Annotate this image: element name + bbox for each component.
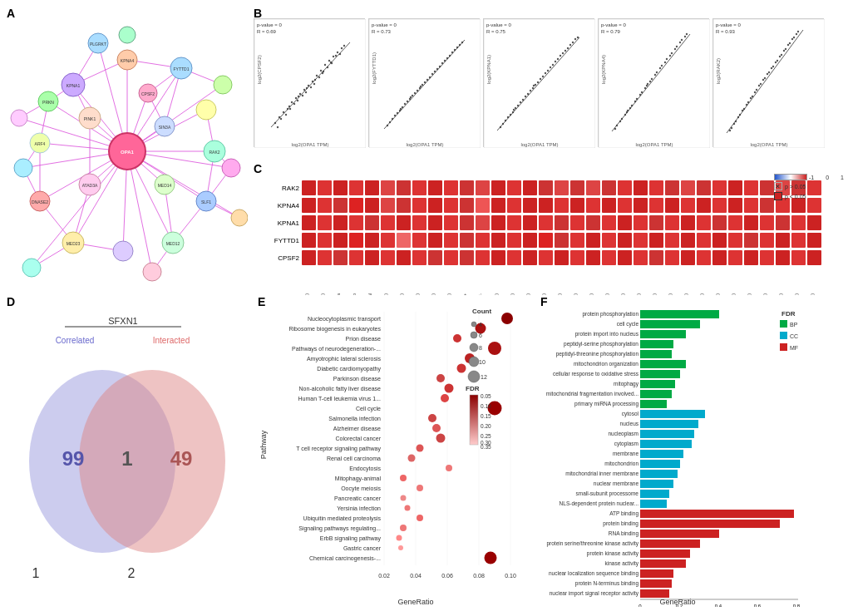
scatter-plots-row: p-value = 0 R = 0.69: [254, 18, 844, 147]
svg-point-269: [750, 97, 752, 99]
svg-text:R = 0.75: R = 0.75: [486, 29, 506, 34]
svg-text:0.15: 0.15: [481, 413, 491, 419]
svg-text:KPNA1: KPNA1: [278, 219, 300, 227]
svg-rect-653: [640, 530, 719, 538]
svg-rect-385: [491, 215, 505, 230]
svg-text:NLS-dependent protein nuclear.: NLS-dependent protein nuclear...: [560, 500, 639, 507]
svg-rect-344: [365, 198, 379, 213]
svg-rect-655: [640, 549, 690, 558]
svg-point-233: [649, 81, 651, 82]
svg-rect-671: [780, 343, 787, 351]
svg-text:protein binding: protein binding: [603, 520, 638, 527]
svg-text:Pathway: Pathway: [259, 430, 268, 459]
svg-text:nuclear import signal receptor: nuclear import signal receptor activity: [550, 590, 639, 597]
svg-rect-464: [697, 250, 711, 265]
svg-text:protein N-terminus binding: protein N-terminus binding: [575, 580, 639, 587]
svg-point-572: [417, 485, 423, 491]
svg-text:Diabetic cardiomyopathy: Diabetic cardiomyopathy: [317, 366, 381, 372]
svg-rect-97: [254, 19, 366, 148]
heatmap-svg: RAK2 KPNA4 KPNA1 FYTTD1 CPSF2: [254, 162, 844, 297]
svg-rect-413: [412, 233, 426, 248]
svg-text:T cell receptor signaling path: T cell receptor signaling pathway: [296, 446, 381, 452]
svg-point-199: [565, 50, 566, 52]
svg-rect-450: [476, 250, 490, 265]
panel-e-label: E: [258, 295, 265, 308]
svg-text:p-value = 0: p-value = 0: [486, 22, 512, 27]
svg-point-279: [791, 38, 793, 40]
svg-text:6: 6: [479, 333, 482, 338]
svg-rect-314: [412, 180, 426, 195]
svg-point-272: [762, 79, 764, 81]
svg-rect-434: [744, 233, 758, 248]
svg-text:log2(OPA1 TPM): log2(OPA1 TPM): [291, 142, 328, 147]
svg-point-271: [758, 85, 760, 86]
svg-point-277: [783, 50, 785, 52]
svg-text:Non-alcoholic fatty liver dise: Non-alcoholic fatty liver disease: [299, 386, 382, 392]
svg-text:RAK2: RAK2: [282, 185, 299, 192]
svg-point-208: [562, 52, 564, 54]
svg-point-563: [441, 394, 449, 402]
scatter-plot-3: p-value = 0 R = 0.79: [598, 18, 709, 147]
svg-rect-405: [807, 215, 821, 230]
svg-rect-426: [618, 233, 632, 248]
svg-text:OPA1: OPA1: [121, 150, 135, 155]
svg-rect-654: [640, 540, 700, 548]
svg-rect-355: [539, 198, 553, 213]
svg-rect-427: [634, 233, 648, 248]
svg-text:membrane: membrane: [613, 451, 638, 456]
svg-text:0.08: 0.08: [473, 573, 485, 579]
svg-rect-378: [381, 215, 395, 230]
svg-rect-432: [712, 233, 727, 248]
svg-rect-454: [539, 250, 553, 265]
svg-text:0.10: 0.10: [505, 573, 516, 579]
svg-rect-321: [523, 180, 537, 195]
svg-rect-455: [555, 250, 569, 265]
svg-point-215: [557, 58, 559, 60]
svg-text:0.4: 0.4: [715, 604, 722, 607]
svg-rect-388: [539, 215, 553, 230]
svg-point-284: [756, 89, 757, 91]
svg-point-294: [768, 71, 770, 73]
svg-rect-367: [728, 198, 742, 213]
svg-point-69: [22, 259, 41, 277]
svg-rect-395: [649, 215, 663, 230]
svg-rect-463: [681, 250, 695, 265]
svg-text:0.04: 0.04: [410, 573, 422, 579]
svg-rect-354: [523, 198, 537, 213]
svg-point-270: [754, 91, 756, 93]
svg-text:log2(KPNA4): log2(KPNA4): [601, 55, 606, 84]
svg-rect-443: [365, 250, 379, 265]
svg-point-234: [654, 74, 656, 76]
svg-point-121: [313, 83, 315, 85]
svg-point-245: [656, 71, 658, 73]
svg-rect-400: [728, 215, 742, 230]
svg-rect-656: [640, 559, 686, 568]
panel-c-label: C: [254, 162, 262, 175]
svg-rect-311: [365, 180, 379, 195]
svg-text:log2(FYTTD1): log2(FYTTD1): [372, 52, 377, 84]
svg-text:protein phosphorylation: protein phosphorylation: [582, 311, 638, 318]
svg-rect-379: [397, 215, 411, 230]
svg-text:MED23: MED23: [67, 241, 81, 246]
svg-point-117: [280, 118, 282, 120]
svg-text:0.6: 0.6: [754, 604, 762, 607]
svg-rect-327: [618, 180, 632, 195]
svg-rect-361: [634, 198, 648, 213]
svg-text:ErbB signaling pathway: ErbB signaling pathway: [320, 535, 382, 542]
svg-point-568: [417, 445, 424, 452]
svg-rect-310: [349, 180, 363, 195]
svg-point-196: [550, 67, 551, 68]
svg-text:Mitophagy-animal: Mitophagy-animal: [335, 476, 382, 482]
svg-rect-411: [381, 233, 395, 248]
svg-rect-410: [365, 233, 379, 248]
svg-point-576: [400, 525, 407, 531]
svg-rect-431: [697, 233, 711, 248]
svg-point-113: [328, 60, 330, 62]
svg-point-573: [401, 495, 407, 501]
svg-rect-374: [318, 215, 332, 230]
panel-b: B p-value = 0 R = 0.69: [254, 7, 844, 156]
svg-point-54: [119, 27, 136, 43]
svg-rect-433: [728, 233, 742, 248]
svg-point-238: [674, 48, 676, 50]
svg-text:CC: CC: [790, 333, 798, 339]
